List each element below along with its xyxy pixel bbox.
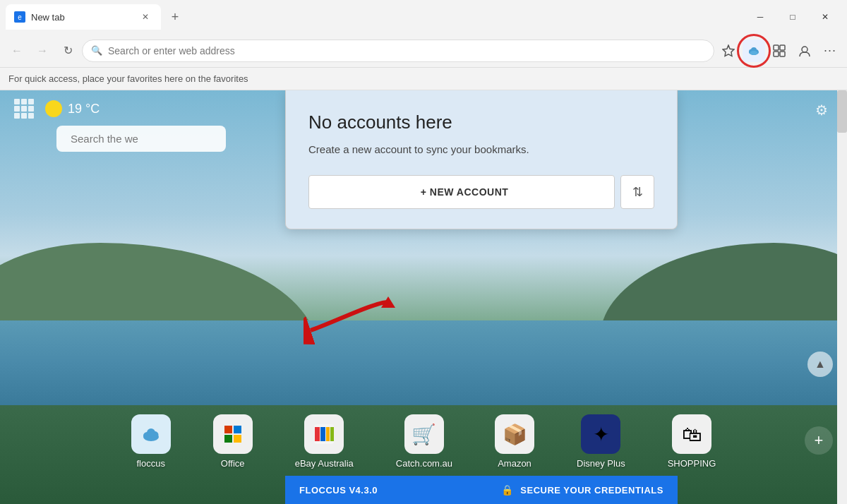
minimize-button[interactable]: ─ [744, 6, 776, 28]
qa-amazon-icon: 📦 [495, 414, 534, 454]
svg-rect-8 [780, 45, 785, 50]
maximize-button[interactable]: □ [776, 6, 809, 28]
title-bar: e New tab ✕ + ─ □ ✕ [0, 0, 847, 34]
favorites-button[interactable] [717, 40, 740, 62]
secure-credentials-link[interactable]: 🔒 SECURE YOUR CREDENTIALS [501, 484, 663, 496]
apps-grid-icon[interactable] [14, 99, 34, 119]
qa-shopping-icon: 🛍 [672, 414, 711, 454]
svg-point-6 [750, 51, 758, 55]
floccus-button[interactable] [743, 40, 765, 62]
qa-ebay[interactable]: eBay Australia [295, 414, 354, 469]
favorites-hint: For quick access, place your favorites h… [8, 73, 248, 84]
search-icon: 🔍 [91, 45, 102, 56]
qa-floccus-icon [131, 414, 171, 454]
add-shortcut-button[interactable]: + [805, 426, 833, 455]
qa-disney[interactable]: ✦ Disney Plus [577, 414, 625, 469]
scrollbar-thumb[interactable] [837, 90, 847, 133]
search-box-container: Search the we [56, 126, 226, 152]
popup-actions: + NEW ACCOUNT ⇅ [308, 175, 654, 209]
tab-title: New tab [31, 12, 133, 23]
import-export-icon: ⇅ [632, 184, 643, 200]
svg-rect-10 [780, 52, 785, 56]
scrollbar[interactable] [837, 90, 847, 504]
floccus-version: FLOCCUS V4.3.0 [299, 485, 378, 496]
qa-catch-label: Catch.com.au [396, 458, 452, 469]
svg-rect-18 [224, 435, 232, 443]
address-input[interactable]: Search or enter web address [108, 45, 705, 56]
qa-disney-label: Disney Plus [577, 458, 625, 469]
lock-icon: 🔒 [501, 484, 514, 496]
secure-credentials-label: SECURE YOUR CREDENTIALS [520, 485, 663, 496]
svg-point-15 [147, 428, 155, 437]
favorites-bar: For quick access, place your favorites h… [0, 68, 847, 90]
svg-rect-21 [315, 427, 320, 441]
svg-rect-17 [234, 426, 241, 433]
close-button[interactable]: ✕ [809, 6, 841, 28]
address-bar: ← → ↻ 🔍 Search or enter web address [0, 34, 847, 68]
qa-ebay-label: eBay Australia [295, 458, 354, 469]
qa-catch-icon: 🛒 [404, 414, 444, 454]
profile-button[interactable] [793, 40, 816, 62]
more-button[interactable]: ··· [819, 40, 841, 62]
svg-rect-9 [774, 52, 779, 56]
qa-shopping[interactable]: 🛍 SHOPPING [668, 414, 716, 469]
floccus-bottom-bar: FLOCCUS V4.3.0 🔒 SECURE YOUR CREDENTIALS [285, 476, 678, 504]
qa-office[interactable]: Office [213, 414, 253, 469]
weather-widget[interactable]: 19 °C [45, 100, 100, 117]
new-account-label: + NEW ACCOUNT [421, 186, 509, 198]
quick-access-bar: floccus Office eBay Australia 🛒 Catch.co… [0, 414, 847, 469]
sun-icon [45, 100, 62, 117]
browser-content: 19 °C Search the we ⚙ floccus Office [0, 90, 847, 504]
refresh-button[interactable]: ↻ [56, 40, 79, 62]
import-export-button[interactable]: ⇅ [620, 175, 654, 209]
tab-close-button[interactable]: ✕ [138, 10, 152, 24]
svg-point-11 [802, 47, 807, 52]
new-account-button[interactable]: + NEW ACCOUNT [308, 175, 615, 209]
qa-office-label: Office [221, 458, 245, 469]
qa-shopping-label: SHOPPING [668, 458, 716, 469]
svg-rect-22 [320, 427, 325, 441]
page-search-placeholder: Search the we [71, 133, 138, 145]
back-button[interactable]: ← [6, 40, 28, 62]
popup-description: Create a new account to sync your bookma… [308, 142, 654, 158]
address-input-container[interactable]: 🔍 Search or enter web address [82, 40, 714, 62]
svg-text:e: e [18, 13, 22, 21]
qa-floccus-label: floccus [136, 458, 164, 469]
qa-catch[interactable]: 🛒 Catch.com.au [396, 414, 452, 469]
tab-area: e New tab ✕ + [6, 4, 741, 30]
scroll-up-button[interactable]: ▲ [807, 352, 833, 377]
popup-title: No accounts here [308, 112, 654, 133]
page-settings-button[interactable]: ⚙ [810, 99, 833, 121]
sync-popup-panel: No accounts here Create a new account to… [285, 90, 678, 229]
svg-rect-19 [234, 435, 241, 443]
qa-office-icon [213, 414, 253, 454]
new-tab-button[interactable]: + [164, 6, 186, 28]
svg-rect-24 [330, 427, 334, 441]
svg-rect-7 [774, 45, 779, 50]
forward-button[interactable]: → [31, 40, 54, 62]
qa-amazon-label: Amazon [498, 458, 531, 469]
qa-disney-icon: ✦ [581, 414, 620, 454]
collections-button[interactable] [768, 40, 791, 62]
qa-ebay-icon [304, 414, 344, 454]
svg-rect-16 [224, 426, 232, 433]
bg-water [0, 320, 847, 405]
svg-rect-23 [326, 427, 330, 441]
toolbar-icons: ··· [717, 40, 841, 62]
qa-amazon[interactable]: 📦 Amazon [495, 414, 534, 469]
page-search-box[interactable]: Search the we [56, 126, 226, 152]
active-tab[interactable]: e New tab ✕ [6, 4, 161, 30]
temperature: 19 °C [68, 102, 100, 116]
gear-icon: ⚙ [815, 102, 828, 119]
qa-floccus[interactable]: floccus [131, 414, 171, 469]
floccus-icon [747, 44, 761, 58]
newtab-widgets: 19 °C [14, 99, 100, 119]
window-controls: ─ □ ✕ [744, 6, 841, 28]
tab-favicon: e [14, 11, 25, 23]
